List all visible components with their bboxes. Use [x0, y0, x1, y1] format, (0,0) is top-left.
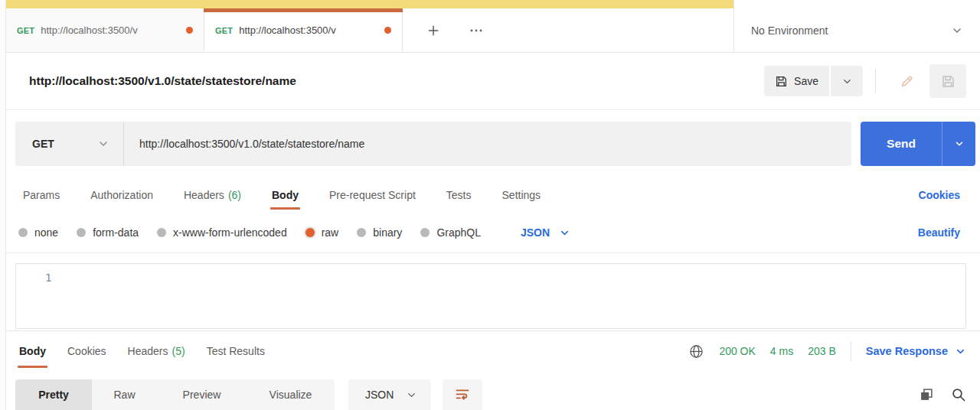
tab-strip-highlight	[6, 0, 733, 8]
copy-icon[interactable]	[919, 387, 934, 402]
tab-tests[interactable]: Tests	[446, 177, 472, 213]
save-as-button[interactable]	[929, 64, 966, 98]
radio-icon	[357, 228, 366, 237]
wrap-text-icon	[455, 387, 470, 402]
top-strip	[6, 0, 980, 8]
request-tabbar: GET http://localhost:3500/v GET http://l…	[6, 8, 980, 53]
response-meta: 200 OK 4 ms 203 B Save Response	[688, 341, 966, 361]
headers-count: (6)	[228, 189, 241, 201]
request-tab-2-active[interactable]: GET http://localhost:3500/v	[204, 8, 403, 52]
wrap-text-button[interactable]	[443, 379, 482, 410]
editor-line-number: 1	[45, 272, 51, 284]
tab-prerequest-script[interactable]: Pre-request Script	[329, 177, 416, 213]
save-button-label: Save	[794, 75, 818, 87]
radio-icon	[18, 228, 28, 237]
response-tab-headers[interactable]: Headers(5)	[128, 331, 185, 371]
tab-title: http://localhost:3500/v	[41, 24, 180, 36]
chevron-down-icon	[406, 389, 417, 401]
response-tab-cookies[interactable]: Cookies	[67, 331, 106, 371]
tab-authorization[interactable]: Authorization	[90, 177, 153, 213]
response-format-selector[interactable]: JSON	[348, 379, 431, 410]
floppy-disk-icon	[941, 74, 956, 89]
pencil-icon	[900, 74, 914, 89]
bodytype-form-data[interactable]: form-data	[77, 226, 139, 239]
app-window: GET http://localhost:3500/v GET http://l…	[6, 0, 980, 410]
radio-icon	[157, 228, 166, 237]
chevron-down-icon	[955, 346, 966, 357]
chevron-down-icon	[954, 138, 965, 149]
chevron-down-icon	[841, 76, 853, 87]
tab-headers[interactable]: Headers(6)	[184, 177, 241, 213]
raw-language-value: JSON	[521, 226, 550, 239]
send-button-main[interactable]: Send	[861, 122, 942, 166]
bodytype-none[interactable]: none	[18, 226, 58, 239]
radio-icon	[77, 228, 86, 237]
send-button[interactable]: Send	[861, 122, 975, 166]
floppy-disk-icon	[775, 75, 788, 88]
response-format-value: JSON	[365, 389, 394, 401]
bodytype-raw-selected[interactable]: raw	[305, 226, 339, 239]
tab-body[interactable]: Body	[272, 177, 299, 213]
raw-language-selector[interactable]: JSON	[521, 226, 570, 239]
view-preview[interactable]: Preview	[157, 379, 247, 410]
method-selector[interactable]: GET	[15, 122, 124, 166]
response-time: 4 ms	[770, 345, 793, 357]
chevron-down-icon	[97, 138, 109, 150]
view-raw[interactable]: Raw	[92, 379, 157, 410]
url-input[interactable]	[124, 122, 851, 166]
tab-tools	[403, 8, 493, 52]
radio-icon	[420, 228, 430, 237]
response-toolbar: Pretty Raw Preview Visualize JSON	[6, 371, 980, 410]
add-tab-button[interactable]	[416, 15, 450, 46]
plus-icon	[426, 24, 440, 37]
status-badge: 200 OK	[719, 345, 755, 357]
divider	[851, 341, 851, 361]
response-tab-test-results[interactable]: Test Results	[207, 331, 265, 371]
chevron-down-icon	[559, 227, 570, 239]
url-bar: GET	[15, 122, 851, 166]
radio-selected-icon	[305, 228, 315, 237]
globe-icon[interactable]	[688, 343, 704, 360]
tab-method-badge: GET	[17, 26, 34, 35]
environment-value: No Environment	[751, 24, 951, 37]
request-title-row: http://localhost:3500/v1.0/state/statest…	[6, 53, 980, 110]
search-icon[interactable]	[951, 387, 966, 402]
view-visualize[interactable]: Visualize	[247, 379, 335, 410]
cookies-link[interactable]: Cookies	[919, 189, 960, 201]
request-title: http://localhost:3500/v1.0/state/statest…	[29, 74, 296, 88]
bodytype-graphql[interactable]: GraphQL	[420, 226, 481, 239]
more-tabs-button[interactable]	[459, 15, 493, 46]
method-value: GET	[32, 138, 97, 150]
environment-strip-cap	[733, 0, 980, 8]
environment-selector[interactable]: No Environment	[733, 8, 980, 52]
save-button[interactable]: Save	[764, 66, 829, 96]
send-options-button[interactable]	[942, 122, 975, 166]
title-actions: Save	[764, 64, 966, 98]
raw-body-editor[interactable]: 1	[15, 263, 966, 329]
window-left-edge	[0, 0, 6, 410]
bodytype-urlencoded[interactable]: x-www-form-urlencoded	[157, 226, 287, 239]
edit-request-button[interactable]	[888, 64, 925, 98]
request-tab-1[interactable]: GET http://localhost:3500/v	[6, 8, 204, 52]
tab-settings[interactable]: Settings	[502, 177, 541, 213]
response-size: 203 B	[808, 345, 836, 357]
ellipsis-icon	[469, 23, 484, 38]
request-section-tabs: Params Authorization Headers(6) Body Pre…	[6, 177, 980, 213]
tab-title: http://localhost:3500/v	[239, 24, 378, 36]
url-builder-row: GET Send	[6, 110, 980, 177]
response-actions	[919, 379, 966, 410]
divider	[875, 69, 876, 93]
body-type-row: none form-data x-www-form-urlencoded raw…	[6, 213, 980, 252]
view-pretty[interactable]: Pretty	[15, 379, 92, 410]
body-editor-section: 1	[6, 252, 980, 330]
tab-method-badge: GET	[215, 26, 233, 35]
save-options-button[interactable]	[831, 66, 863, 96]
save-response-button[interactable]: Save Response	[866, 345, 966, 357]
response-headers-count: (5)	[172, 345, 185, 357]
response-tab-body[interactable]: Body	[19, 331, 46, 371]
tab-params[interactable]: Params	[23, 177, 60, 213]
unsaved-changes-dot	[384, 27, 391, 34]
bodytype-binary[interactable]: binary	[357, 226, 402, 239]
beautify-link[interactable]: Beautify	[918, 226, 960, 239]
response-view-switch: Pretty Raw Preview Visualize	[15, 379, 335, 410]
